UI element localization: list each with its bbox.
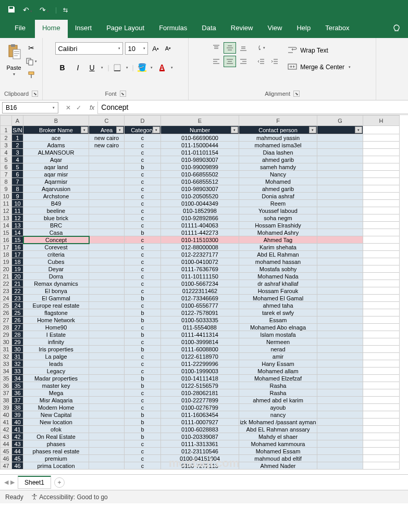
cell[interactable] [363,316,400,324]
sn-cell[interactable]: 10 [12,200,23,207]
row-header-28[interactable]: 28 [1,324,12,331]
cell[interactable] [89,229,125,236]
tab-nav-prev-icon[interactable]: ◀ [4,479,8,486]
sn-cell[interactable]: 8 [12,185,23,193]
cell[interactable] [317,185,363,193]
cell[interactable]: Adams [23,142,89,149]
cell[interactable] [363,142,400,149]
cell[interactable] [317,440,363,448]
formula-bar[interactable]: Concept [97,102,408,114]
cell[interactable] [317,295,363,302]
row-header-18[interactable]: 18 [1,251,12,258]
cell[interactable] [89,302,125,309]
cell[interactable] [89,353,125,360]
sn-cell[interactable]: 38 [12,404,23,411]
sn-cell[interactable]: 28 [12,331,23,338]
cell[interactable]: premium [23,455,89,462]
cell[interactable] [363,433,400,440]
cell[interactable]: 0100-5033335 [161,316,239,324]
cell[interactable] [317,382,363,389]
cell[interactable]: 011-22299996 [161,360,239,368]
cell[interactable] [363,360,400,368]
row-header-1[interactable]: 1 [1,126,12,134]
tab-view[interactable]: View [260,20,289,38]
cell[interactable]: Remax dynamics [23,280,89,287]
cell[interactable]: Madar properties [23,375,89,382]
row-header-7[interactable]: 7 [1,171,12,178]
cell[interactable]: Abd EL Rahman anssary [239,426,317,433]
merge-center-button[interactable]: Merge & Center ▾ [284,60,354,74]
cell[interactable] [317,338,363,346]
cell[interactable]: b [125,426,161,433]
table-header-cell[interactable]: Category▾ [125,126,161,134]
cell[interactable]: ayoub [239,404,317,411]
cell[interactable]: Nancy [239,171,317,178]
cell[interactable] [89,419,125,426]
sn-cell[interactable]: 40 [12,419,23,426]
cell[interactable] [317,462,363,470]
font-launcher-icon[interactable]: ⬊ [120,91,126,97]
cell[interactable]: Rasha [239,389,317,397]
cell[interactable] [363,397,400,404]
cell[interactable]: 0100-5667234 [161,280,239,287]
row-header-30[interactable]: 30 [1,338,12,346]
col-header-B[interactable]: B [23,116,89,126]
cell[interactable] [317,375,363,382]
cell[interactable]: c [125,222,161,229]
cell[interactable] [317,397,363,404]
sn-cell[interactable]: 34 [12,375,23,382]
cell[interactable]: Corevest [23,244,89,251]
sn-cell[interactable]: 26 [12,316,23,324]
cell[interactable] [363,462,400,470]
cell[interactable]: c [125,360,161,368]
cell[interactable]: c [125,397,161,404]
cell[interactable] [317,156,363,163]
cell[interactable]: 01111-404063 [161,222,239,229]
cell[interactable]: c [125,244,161,251]
name-box[interactable]: B16▾ [2,102,58,113]
row-header-20[interactable]: 20 [1,265,12,273]
increase-indent-button[interactable] [268,56,281,67]
redo-icon[interactable]: ↷▾ [38,6,51,14]
row-header-45[interactable]: 45 [1,448,12,455]
sn-cell[interactable]: 35 [12,382,23,389]
cell[interactable] [317,229,363,236]
cell[interactable]: ace [23,134,89,142]
cell[interactable]: sameh hamdy [239,163,317,171]
cell[interactable] [363,331,400,338]
cell[interactable] [317,419,363,426]
cell[interactable] [317,280,363,287]
cell[interactable] [317,149,363,156]
cell[interactable]: 010-99009899 [161,163,239,171]
cell[interactable]: criteria [23,251,89,258]
tab-page-layout[interactable]: Page Layout [99,20,152,38]
table-header-cell[interactable]: S/N [12,126,23,134]
sn-cell[interactable]: 19 [12,265,23,273]
cell[interactable]: Aqarmisr [23,178,89,185]
cell[interactable] [89,411,125,419]
cell[interactable]: ofok [23,426,89,433]
cell[interactable] [363,178,400,185]
cell[interactable]: b [125,346,161,353]
cell[interactable] [89,193,125,200]
cell[interactable]: 01111-442273 [161,229,239,236]
cell[interactable]: new cairo [89,142,125,149]
cell[interactable] [363,404,400,411]
cell[interactable]: c [125,338,161,346]
cell[interactable]: izk Mohamed /passant ayman [239,419,317,426]
cell[interactable] [317,287,363,295]
sn-cell[interactable]: 3 [12,149,23,156]
cell[interactable]: 0111-7636769 [161,265,239,273]
cell[interactable]: La palge [23,353,89,360]
tab-formulas[interactable]: Formulas [152,20,194,38]
cell[interactable]: Misr Alaqaria [23,397,89,404]
sn-cell[interactable]: 24 [12,302,23,309]
cell[interactable]: BRC [23,222,89,229]
cell[interactable] [317,433,363,440]
cell[interactable] [363,126,400,134]
row-header-15[interactable]: 15 [1,229,12,236]
undo-icon[interactable]: ↶▾ [21,6,34,14]
cell[interactable]: Aqarvusion [23,185,89,193]
table-header-cell[interactable]: Number▾ [161,126,239,134]
cell[interactable]: c [125,185,161,193]
